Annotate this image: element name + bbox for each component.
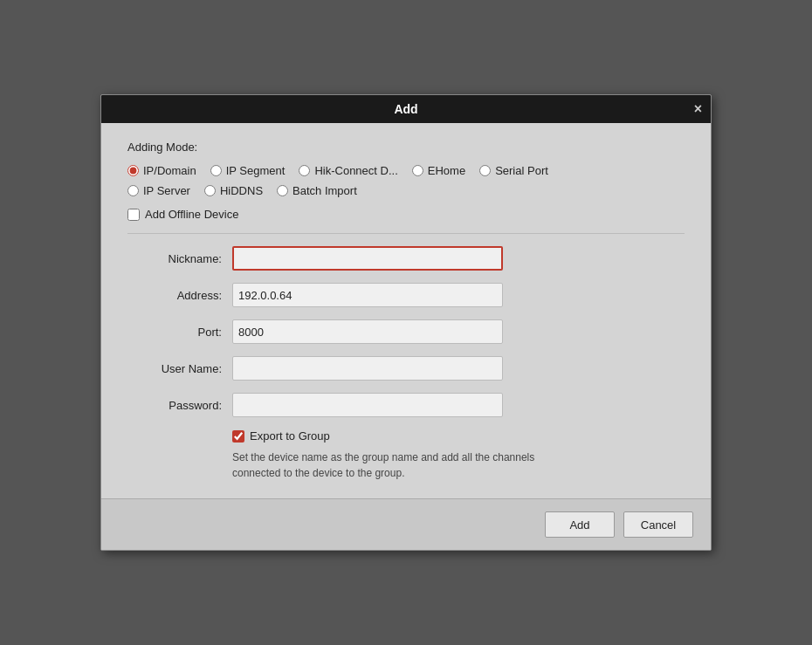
radio-hik-connect-input[interactable] xyxy=(299,165,310,176)
address-label: Address: xyxy=(136,289,232,302)
offline-checkbox[interactable] xyxy=(127,209,140,221)
nickname-input[interactable] xyxy=(232,246,503,271)
radio-serial-port-label: Serial Port xyxy=(495,164,548,177)
username-input[interactable] xyxy=(232,356,503,381)
password-label: Password: xyxy=(136,399,232,412)
export-row: Export to Group xyxy=(232,429,685,443)
radio-hiddns[interactable]: HiDDNS xyxy=(204,184,263,197)
radio-ip-server[interactable]: IP Server xyxy=(127,184,190,197)
radio-ehome-input[interactable] xyxy=(412,165,423,176)
port-label: Port: xyxy=(136,326,232,339)
password-row: Password: xyxy=(136,393,685,417)
title-bar: Add × xyxy=(101,95,711,123)
radio-hik-connect-label: Hik-Connect D... xyxy=(314,164,397,177)
cancel-button[interactable]: Cancel xyxy=(623,511,693,538)
offline-label: Add Offline Device xyxy=(145,208,238,221)
radio-hiddns-label: HiDDNS xyxy=(220,184,263,197)
radio-serial-port[interactable]: Serial Port xyxy=(479,164,548,177)
address-row: Address: xyxy=(136,283,685,307)
adding-mode-label: Adding Mode: xyxy=(127,141,685,154)
radio-batch-import[interactable]: Batch Import xyxy=(277,184,357,197)
address-input[interactable] xyxy=(232,283,503,307)
export-label: Export to Group xyxy=(250,429,330,443)
radio-hik-connect[interactable]: Hik-Connect D... xyxy=(299,164,397,177)
radio-batch-import-input[interactable] xyxy=(277,185,288,196)
username-row: User Name: xyxy=(136,356,685,381)
export-desc-line1: Set the device name as the group name an… xyxy=(232,451,534,463)
nickname-label: Nickname: xyxy=(136,252,232,265)
radio-ip-segment-input[interactable] xyxy=(210,165,222,176)
dialog-body: Adding Mode: IP/Domain IP Segment Hik-Co… xyxy=(101,123,711,498)
radio-ip-server-label: IP Server xyxy=(143,184,190,197)
radio-ehome[interactable]: EHome xyxy=(412,164,465,177)
dialog-title: Add xyxy=(394,102,417,116)
radio-ip-server-input[interactable] xyxy=(127,185,139,196)
dialog-footer: Add Cancel xyxy=(101,498,711,550)
form-section: Nickname: Address: Port: User Name: Pass… xyxy=(127,246,685,481)
radio-ip-segment-label: IP Segment xyxy=(226,164,286,177)
add-button[interactable]: Add xyxy=(545,511,615,538)
offline-row: Add Offline Device xyxy=(127,208,685,221)
radio-row-1: IP/Domain IP Segment Hik-Connect D... EH… xyxy=(127,164,685,177)
separator xyxy=(127,233,685,234)
port-row: Port: xyxy=(136,319,685,344)
radio-serial-port-input[interactable] xyxy=(479,165,491,176)
radio-batch-import-label: Batch Import xyxy=(292,184,357,197)
export-description: Set the device name as the group name an… xyxy=(232,449,669,481)
export-checkbox[interactable] xyxy=(232,430,244,443)
radio-ip-domain[interactable]: IP/Domain xyxy=(127,164,196,177)
radio-ehome-label: EHome xyxy=(428,164,465,177)
radio-ip-domain-input[interactable] xyxy=(127,165,139,176)
radio-ip-segment[interactable]: IP Segment xyxy=(210,164,286,177)
export-desc-line2: connected to the device to the group. xyxy=(232,467,404,479)
add-dialog: Add × Adding Mode: IP/Domain IP Segment … xyxy=(100,94,712,551)
username-label: User Name: xyxy=(136,362,232,375)
radio-hiddns-input[interactable] xyxy=(204,185,216,196)
nickname-row: Nickname: xyxy=(136,246,685,271)
close-button[interactable]: × xyxy=(694,102,702,116)
radio-ip-domain-label: IP/Domain xyxy=(143,164,196,177)
port-input[interactable] xyxy=(232,319,503,344)
radio-row-2: IP Server HiDDNS Batch Import xyxy=(127,184,685,197)
password-input[interactable] xyxy=(232,393,503,417)
